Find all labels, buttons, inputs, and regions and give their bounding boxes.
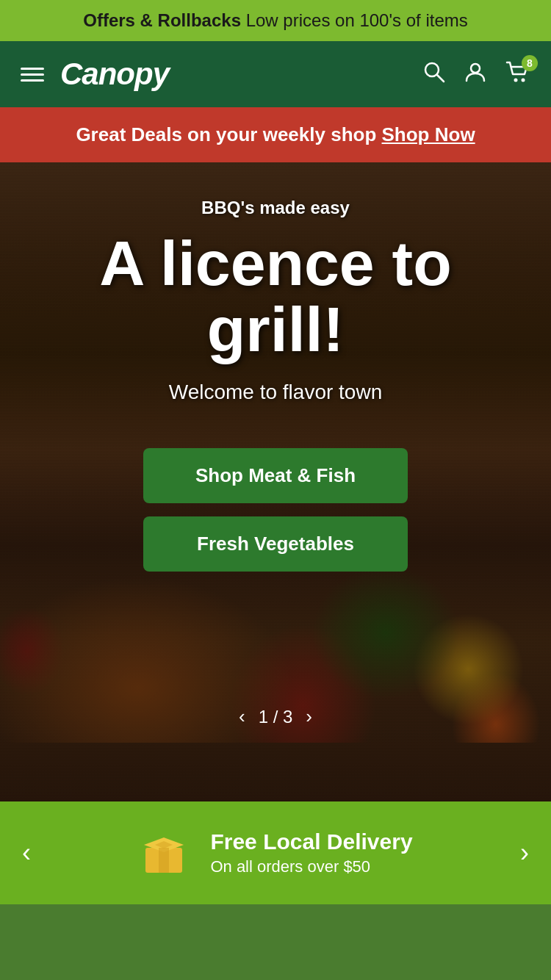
promo-bar-text: Great Deals on your weekly shop Shop Now xyxy=(22,123,529,146)
next-slide-arrow[interactable]: › xyxy=(306,705,312,728)
cart-badge: 8 xyxy=(522,55,538,71)
navbar: Canopy 8 xyxy=(0,41,551,107)
hamburger-line-1 xyxy=(21,68,44,70)
delivery-prev-arrow[interactable]: ‹ xyxy=(15,837,38,868)
search-icon[interactable] xyxy=(423,61,445,88)
shop-now-link[interactable]: Shop Now xyxy=(382,123,475,145)
hero-section: BBQ's made easy A licence to grill! Welc… xyxy=(0,162,551,801)
hero-subtitle: BBQ's made easy xyxy=(0,198,551,218)
brand-logo[interactable]: Canopy xyxy=(60,57,169,92)
navbar-left: Canopy xyxy=(21,57,169,92)
current-slide: 1 xyxy=(259,707,268,727)
menu-icon[interactable] xyxy=(21,68,44,82)
top-banner: Offers & Rollbacks Low prices on 100's o… xyxy=(0,0,551,41)
promo-text: Great Deals on your weekly shop xyxy=(76,123,381,145)
hero-title: A licence to grill! xyxy=(0,230,551,363)
shop-meat-fish-button[interactable]: Shop Meat & Fish xyxy=(143,448,408,503)
hero-buttons: Shop Meat & Fish Fresh Vegetables xyxy=(0,448,551,572)
banner-normal-text: Low prices on 100's of items xyxy=(241,10,468,30)
promo-bar: Great Deals on your weekly shop Shop Now xyxy=(0,107,551,162)
svg-line-1 xyxy=(437,75,444,82)
delivery-next-arrow[interactable]: › xyxy=(513,837,536,868)
delivery-subtitle: On all orders over $50 xyxy=(210,857,412,876)
hero-tagline: Welcome to flavor town xyxy=(0,381,551,404)
pagination-separator: / xyxy=(273,707,283,727)
svg-point-2 xyxy=(471,64,480,73)
cart-icon[interactable]: 8 xyxy=(505,61,530,88)
svg-point-3 xyxy=(514,78,518,82)
prev-slide-arrow[interactable]: ‹ xyxy=(239,705,245,728)
banner-bold-text: Offers & Rollbacks xyxy=(83,10,241,30)
hamburger-line-2 xyxy=(21,73,44,76)
svg-rect-6 xyxy=(159,848,169,873)
svg-point-4 xyxy=(522,78,525,82)
delivery-content: Free Local Delivery On all orders over $… xyxy=(38,827,513,879)
delivery-text-block: Free Local Delivery On all orders over $… xyxy=(210,829,412,876)
total-slides: 3 xyxy=(283,707,292,727)
delivery-box-icon xyxy=(138,827,190,879)
delivery-bar: ‹ Free Local Delivery On all orders over… xyxy=(0,801,551,904)
delivery-title: Free Local Delivery xyxy=(210,829,412,854)
fresh-vegetables-button[interactable]: Fresh Vegetables xyxy=(143,516,408,572)
hamburger-line-3 xyxy=(21,79,44,82)
account-icon[interactable] xyxy=(464,61,486,88)
hero-pagination: ‹ 1 / 3 › xyxy=(239,705,312,728)
hero-content: BBQ's made easy A licence to grill! Welc… xyxy=(0,162,551,572)
pagination-text: 1 / 3 xyxy=(259,707,293,727)
navbar-right: 8 xyxy=(423,61,530,88)
